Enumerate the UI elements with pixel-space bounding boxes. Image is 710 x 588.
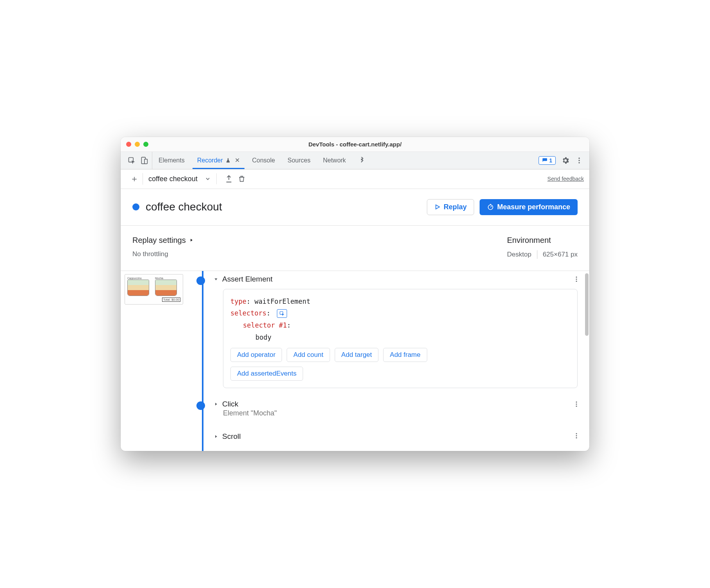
close-tab-icon[interactable]: ✕ <box>235 157 240 164</box>
step-toggle[interactable]: Click <box>214 400 589 408</box>
step-more-menu[interactable] <box>573 401 580 408</box>
svg-point-3 <box>578 157 580 159</box>
svg-point-7 <box>576 276 577 278</box>
tab-console[interactable]: Console <box>246 152 282 169</box>
status-indicator <box>132 203 139 210</box>
new-recording-button[interactable]: ＋ <box>126 173 143 185</box>
chevron-down-icon <box>205 176 211 182</box>
step-subtitle: Element "Mocha" <box>223 409 589 417</box>
scrollbar-thumb[interactable] <box>585 273 589 336</box>
triangle-right-icon <box>214 402 218 406</box>
replay-settings-toggle[interactable]: Replay settings <box>132 236 194 245</box>
settings-section: Replay settings No throttling Environmen… <box>121 226 589 271</box>
recording-select-label: coffee checkout <box>148 175 198 183</box>
tab-network[interactable]: Network <box>317 152 352 169</box>
replay-button-label: Replay <box>444 203 467 211</box>
svg-point-16 <box>576 437 577 438</box>
prop-key-selector1: selector #1 <box>243 321 287 329</box>
prop-key-selectors: selectors <box>230 309 266 317</box>
svg-point-15 <box>576 435 577 437</box>
svg-point-14 <box>576 433 577 434</box>
timeline-line <box>202 271 203 451</box>
issues-badge[interactable]: 1 <box>539 156 556 165</box>
step-details-card: type: waitForElement selectors: selector… <box>223 289 578 388</box>
svg-point-12 <box>576 404 577 405</box>
add-frame-button[interactable]: Add frame <box>383 348 427 362</box>
measure-performance-button[interactable]: Measure performance <box>480 199 578 215</box>
send-feedback-link[interactable]: Send feedback <box>548 176 584 182</box>
svg-point-9 <box>576 281 577 282</box>
throttling-value: No throttling <box>132 250 194 258</box>
environment-label: Environment <box>507 236 578 245</box>
tab-recorder[interactable]: Recorder ✕ <box>191 152 246 169</box>
tab-elements[interactable]: Elements <box>152 152 191 169</box>
svg-point-5 <box>578 162 580 163</box>
step-assert-element: Assert Element type: waitForElement sele… <box>214 275 589 388</box>
thumb-total: Total: $0.00 <box>162 298 180 302</box>
window-title: DevTools - coffee-cart.netlify.app/ <box>121 141 589 148</box>
step-title: Click <box>222 400 238 408</box>
triangle-down-icon <box>214 277 218 282</box>
prop-val-selector1[interactable]: body <box>255 333 271 341</box>
tab-sources[interactable]: Sources <box>281 152 317 169</box>
step-more-menu[interactable] <box>573 276 580 283</box>
cup-icon <box>155 280 177 296</box>
step-scroll: Scroll <box>214 429 589 443</box>
measure-button-label: Measure performance <box>497 203 570 211</box>
inspect-icon[interactable] <box>128 157 136 164</box>
traffic-lights <box>126 142 148 147</box>
tabs-overflow[interactable] <box>352 152 372 169</box>
replay-button[interactable]: Replay <box>427 199 474 215</box>
viewport-size: 625×671 px <box>543 251 578 258</box>
panel-tabs: Elements Recorder ✕ Console Sources Netw… <box>121 152 589 169</box>
step-screenshot[interactable]: Cappuccino Mocha Total: $0.00 <box>125 274 183 305</box>
recorder-toolbar: ＋ coffee checkout Send feedback <box>121 169 589 189</box>
add-assertedevents-button[interactable]: Add assertedEvents <box>230 367 303 381</box>
recorder-body: Cappuccino Mocha Total: $0.00 <box>121 271 589 451</box>
step-title: Scroll <box>222 432 241 441</box>
recording-select[interactable]: coffee checkout <box>148 175 211 183</box>
settings-gear-icon[interactable] <box>561 156 570 165</box>
device-value: Desktop <box>507 251 531 258</box>
minimize-window-button[interactable] <box>135 142 140 147</box>
recording-title: coffee checkout <box>146 201 222 213</box>
svg-rect-2 <box>144 159 148 164</box>
screenshot-column: Cappuccino Mocha Total: $0.00 <box>121 271 190 451</box>
step-toggle[interactable]: Scroll <box>214 429 589 441</box>
triangle-right-icon <box>189 238 194 242</box>
maximize-window-button[interactable] <box>143 142 148 147</box>
prop-val-type[interactable]: waitForElement <box>254 298 310 305</box>
prop-key-type: type <box>230 298 246 305</box>
step-toggle[interactable]: Assert Element <box>214 275 589 283</box>
thumb-cup1-label: Cappuccino <box>127 277 153 280</box>
replay-settings-label: Replay settings <box>132 236 186 245</box>
cup-icon <box>127 280 149 296</box>
step-title: Assert Element <box>222 275 273 283</box>
thumb-cup2-label: Mocha <box>155 277 180 280</box>
separator <box>216 173 217 184</box>
svg-point-4 <box>578 160 580 161</box>
devtools-window: DevTools - coffee-cart.netlify.app/ Elem… <box>121 137 589 451</box>
svg-point-11 <box>576 401 577 403</box>
step-click: Click Element "Mocha" <box>214 400 589 417</box>
export-button[interactable] <box>222 175 235 183</box>
device-toggle-icon[interactable] <box>140 157 148 164</box>
triangle-right-icon <box>214 434 218 439</box>
step-more-menu[interactable] <box>573 432 580 439</box>
titlebar: DevTools - coffee-cart.netlify.app/ <box>121 137 589 152</box>
delete-button[interactable] <box>235 175 248 183</box>
close-window-button[interactable] <box>126 142 131 147</box>
separator <box>537 250 537 259</box>
issues-count: 1 <box>549 157 552 164</box>
add-target-button[interactable]: Add target <box>335 348 378 362</box>
add-operator-button[interactable]: Add operator <box>230 348 282 362</box>
add-count-button[interactable]: Add count <box>287 348 330 362</box>
more-menu-icon[interactable] <box>575 157 583 164</box>
recording-header: coffee checkout Replay Measure performan… <box>121 189 589 226</box>
steps-timeline: Assert Element type: waitForElement sele… <box>190 271 589 451</box>
flask-icon <box>225 158 231 163</box>
svg-point-13 <box>576 406 577 407</box>
selector-picker-button[interactable] <box>277 309 287 318</box>
svg-point-8 <box>576 278 577 280</box>
